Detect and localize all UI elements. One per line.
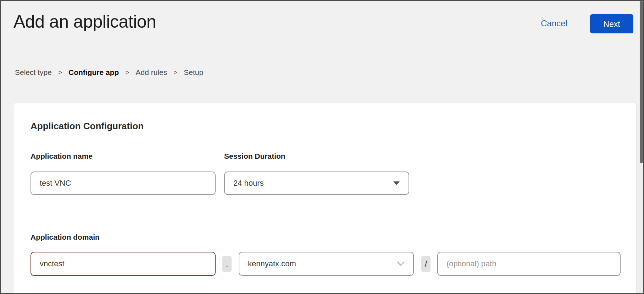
breadcrumb-separator: > <box>58 69 62 76</box>
session-duration-value: 24 hours <box>233 179 393 188</box>
breadcrumb-step-configure-app[interactable]: Configure app <box>68 68 119 77</box>
cancel-button[interactable]: Cancel <box>541 18 567 28</box>
page-title: Add an application <box>13 11 156 32</box>
dot-separator: . <box>222 256 232 272</box>
domain-select-value: kennyatx.com <box>248 259 397 268</box>
breadcrumb-separator: > <box>173 69 177 76</box>
vertical-scrollbar[interactable] <box>639 1 643 293</box>
path-input[interactable] <box>437 252 621 276</box>
next-button[interactable]: Next <box>590 14 633 33</box>
scrollbar-thumb[interactable] <box>640 1 643 163</box>
session-duration-select[interactable]: 24 hours <box>224 172 409 195</box>
application-configuration-card: Application Configuration Application na… <box>13 103 637 294</box>
application-name-label: Application name <box>30 152 93 160</box>
subdomain-input[interactable] <box>30 252 216 276</box>
breadcrumb: Select type > Configure app > Add rules … <box>15 68 203 77</box>
application-name-input[interactable] <box>30 172 216 195</box>
add-application-page: Add an application Cancel Next Select ty… <box>0 0 644 294</box>
breadcrumb-separator: > <box>125 69 129 76</box>
section-title: Application Configuration <box>30 121 144 132</box>
session-duration-label: Session Duration <box>224 152 285 160</box>
breadcrumb-step-select-type[interactable]: Select type <box>15 68 52 77</box>
caret-down-icon <box>393 181 400 185</box>
breadcrumb-step-setup[interactable]: Setup <box>184 68 203 77</box>
breadcrumb-step-add-rules[interactable]: Add rules <box>135 68 167 77</box>
domain-select[interactable]: kennyatx.com <box>239 252 414 276</box>
slash-separator: / <box>421 256 431 272</box>
application-domain-label: Application domain <box>30 233 100 241</box>
chevron-down-icon <box>397 261 405 266</box>
